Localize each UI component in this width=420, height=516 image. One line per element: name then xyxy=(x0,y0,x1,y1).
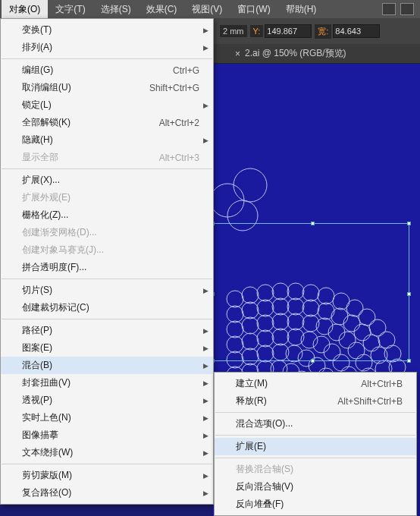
separator xyxy=(215,458,415,458)
menu-view[interactable]: 视图(V) xyxy=(184,0,230,19)
menu-item-label: 扩展外观(E) xyxy=(22,191,71,204)
menu-item[interactable]: 剪切蒙版(M)▶ xyxy=(1,467,213,484)
menu-item-label: 栅格化(Z)... xyxy=(22,209,68,222)
menu-item: 扩展外观(E) xyxy=(1,189,213,206)
menu-item-label: 取消编组(U) xyxy=(22,81,71,94)
blend-submenu: 建立(M)Alt+Ctrl+B释放(R)Alt+Shift+Ctrl+B混合选项… xyxy=(214,372,417,516)
menu-shortcut: Alt+Ctrl+B xyxy=(361,379,403,389)
menu-item-label: 扩展(E) xyxy=(236,440,266,453)
selection-box[interactable] xyxy=(212,223,409,361)
menu-item-label: 混合(B) xyxy=(22,359,52,372)
menu-item[interactable]: 变换(T)▶ xyxy=(1,21,213,39)
menu-item-label: 全部解锁(K) xyxy=(22,116,71,129)
menu-item-label: 变换(T) xyxy=(22,24,52,36)
menu-item[interactable]: 封套扭曲(V)▶ xyxy=(1,374,213,392)
submenu-arrow-icon: ▶ xyxy=(203,362,208,370)
menu-item-label: 切片(S) xyxy=(22,284,52,297)
menu-type[interactable]: 文字(T) xyxy=(48,0,92,19)
menu-shortcut: Alt+Ctrl+2 xyxy=(159,118,199,128)
svg-point-1 xyxy=(234,168,267,202)
submenu-arrow-icon: ▶ xyxy=(203,432,208,439)
menu-item-label: 拼合透明度(F)... xyxy=(22,261,86,274)
separator xyxy=(2,278,212,279)
menu-item-label: 建立(M) xyxy=(236,377,268,390)
menu-item[interactable]: 图案(E)▶ xyxy=(1,339,213,357)
submenu-arrow-icon: ▶ xyxy=(203,102,208,109)
submenu-arrow-icon: ▶ xyxy=(203,44,208,52)
menu-shortcut: Alt+Ctrl+3 xyxy=(159,153,199,163)
submenu-arrow-icon: ▶ xyxy=(203,489,208,497)
tab-document[interactable]: × 2.ai @ 150% (RGB/预览) xyxy=(227,44,354,63)
submenu-arrow-icon: ▶ xyxy=(203,472,208,480)
tab-close-icon[interactable]: × xyxy=(235,49,240,59)
menu-item-label: 实时上色(N) xyxy=(22,411,71,424)
menu-item[interactable]: 创建裁切标记(C) xyxy=(1,299,213,316)
menu-item[interactable]: 反向混合轴(V) xyxy=(215,478,416,496)
separator xyxy=(215,412,415,413)
separator xyxy=(215,435,415,436)
menu-shortcut: Alt+Shift+Ctrl+B xyxy=(337,396,403,407)
submenu-arrow-icon: ▶ xyxy=(203,414,208,422)
menu-item: 显示全部Alt+Ctrl+3 xyxy=(1,149,213,166)
menu-item[interactable]: 反向堆叠(F) xyxy=(215,496,416,513)
menu-item[interactable]: 扩展(X)... xyxy=(1,171,213,189)
menu-effect[interactable]: 效果(C) xyxy=(139,0,185,19)
menu-item-label: 扩展(X)... xyxy=(22,174,60,187)
menu-item[interactable]: 排列(A)▶ xyxy=(1,39,213,56)
menu-item[interactable]: 编组(G)Ctrl+G xyxy=(1,61,213,79)
menu-item-label: 透视(P) xyxy=(22,394,52,407)
y-input[interactable] xyxy=(265,24,312,38)
menu-item[interactable]: 混合选项(O)... xyxy=(215,415,416,433)
workspace-icon[interactable] xyxy=(400,3,414,15)
menu-window[interactable]: 窗口(W) xyxy=(230,0,277,19)
menu-item-label: 反向堆叠(F) xyxy=(236,498,284,511)
menu-item-label: 创建裁切标记(C) xyxy=(22,301,89,314)
menu-item[interactable]: 扩展(E) xyxy=(215,438,416,455)
menu-item[interactable]: 栅格化(Z)... xyxy=(1,206,213,224)
submenu-arrow-icon: ▶ xyxy=(203,27,208,34)
menu-item-label: 封套扭曲(V) xyxy=(22,376,71,389)
menu-item[interactable]: 文本绕排(W)▶ xyxy=(1,444,213,461)
menu-item-label: 显示全部 xyxy=(22,151,58,164)
menu-object[interactable]: 对象(O) xyxy=(2,0,48,19)
menu-item[interactable]: 实时上色(N)▶ xyxy=(1,409,213,426)
menu-item[interactable]: 锁定(L)▶ xyxy=(1,96,213,114)
object-menu: 变换(T)▶排列(A)▶编组(G)Ctrl+G取消编组(U)Shift+Ctrl… xyxy=(0,18,214,505)
w-input[interactable] xyxy=(333,24,380,38)
menu-item-label: 剪切蒙版(M) xyxy=(22,469,72,482)
menu-item: 创建对象马赛克(J)... xyxy=(1,241,213,259)
menu-item[interactable]: 图像描摹▶ xyxy=(1,426,213,444)
menu-item[interactable]: 路径(P)▶ xyxy=(1,322,213,339)
menu-item-label: 图案(E) xyxy=(22,341,52,354)
menu-item[interactable]: 释放(R)Alt+Shift+Ctrl+B xyxy=(215,392,416,410)
menu-item[interactable]: 取消编组(U)Shift+Ctrl+G xyxy=(1,79,213,96)
menu-item-label: 排列(A) xyxy=(22,41,52,54)
svg-point-0 xyxy=(211,184,244,217)
menu-item-label: 路径(P) xyxy=(22,324,52,337)
menu-item[interactable]: 隐藏(H)▶ xyxy=(1,131,213,149)
menu-item[interactable]: 透视(P)▶ xyxy=(1,392,213,409)
submenu-arrow-icon: ▶ xyxy=(203,397,208,404)
menu-item[interactable]: 全部解锁(K)Alt+Ctrl+2 xyxy=(1,114,213,131)
menu-help[interactable]: 帮助(H) xyxy=(278,0,324,19)
separator xyxy=(2,464,212,464)
menu-item[interactable]: 拼合透明度(F)... xyxy=(1,259,213,276)
menu-item: 创建渐变网格(D)... xyxy=(1,224,213,241)
menu-item: 替换混合轴(S) xyxy=(215,461,416,478)
menu-item-label: 文本绕排(W) xyxy=(22,446,73,459)
menu-item-label: 图像描摹 xyxy=(22,429,58,442)
menu-item[interactable]: 建立(M)Alt+Ctrl+B xyxy=(215,375,416,392)
menu-item[interactable]: 混合(B)▶ xyxy=(1,357,213,374)
menu-item[interactable]: 切片(S)▶ xyxy=(1,282,213,299)
menubar-right-icons xyxy=(382,3,420,15)
submenu-arrow-icon: ▶ xyxy=(203,137,208,144)
menu-select[interactable]: 选择(S) xyxy=(93,0,139,19)
menu-item-label: 反向混合轴(V) xyxy=(236,480,293,493)
menu-item[interactable]: 复合路径(O)▶ xyxy=(1,484,213,502)
submenu-arrow-icon: ▶ xyxy=(203,345,208,352)
menu-item-label: 创建对象马赛克(J)... xyxy=(22,244,104,256)
menu-item-label: 替换混合轴(S) xyxy=(236,463,293,476)
layout-icon[interactable] xyxy=(382,3,396,15)
menu-shortcut: Shift+Ctrl+G xyxy=(149,83,199,93)
menu-item-label: 编组(G) xyxy=(22,64,53,77)
